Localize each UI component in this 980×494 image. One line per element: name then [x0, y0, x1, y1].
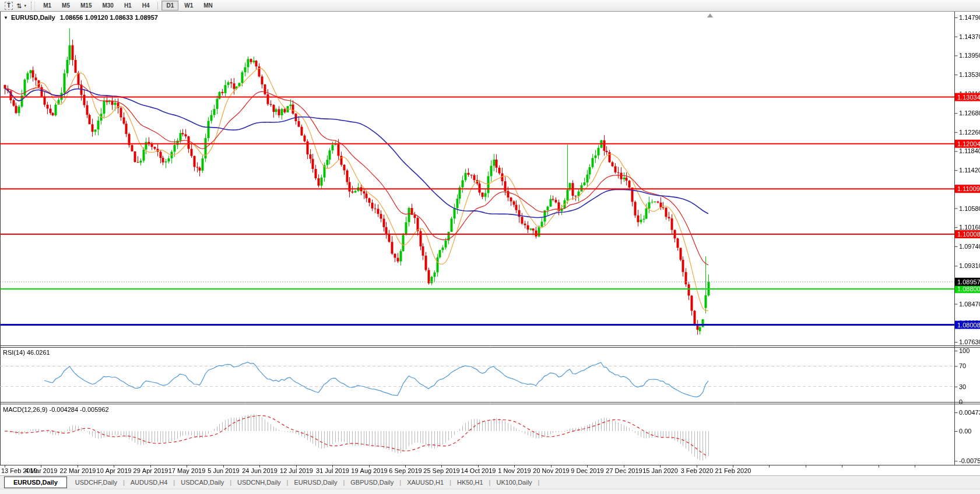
tab-xauusd-h1[interactable]: XAUUSD,H1: [401, 477, 449, 488]
tab-eurusd-daily[interactable]: EURUSD,Daily: [288, 477, 343, 488]
timeframe-button-m1[interactable]: M1: [38, 1, 56, 10]
collapse-triangle-icon[interactable]: ▼: [3, 15, 8, 20]
timeframe-button-m15[interactable]: M15: [76, 1, 96, 10]
chart-title: ▼EURUSD,Daily1.08656 1.09120 1.08633 1.0…: [3, 14, 158, 21]
chart-ohlc-values: 1.08656 1.09120 1.08633 1.08957: [60, 14, 158, 21]
dropdown-caret-icon[interactable]: ▼: [23, 4, 27, 8]
tab-usdchf-daily[interactable]: USDCHF,Daily: [69, 477, 123, 488]
chart-canvas[interactable]: [0, 12, 980, 475]
tab-usdcnh-daily[interactable]: USDCNH,Daily: [231, 477, 287, 488]
toolbar-separator: [157, 2, 158, 10]
tab-eurusd-daily[interactable]: EURUSD,Daily: [4, 477, 67, 488]
timeframe-button-m30[interactable]: M30: [97, 1, 118, 10]
toolbar-grip: [31, 2, 35, 10]
text-tool-icon: T: [5, 2, 13, 10]
tab-gbpusd-daily[interactable]: GBPUSD,Daily: [345, 477, 399, 488]
top-toolbar: T ⇅ ▼ M1M5M15M30H1H4D1W1MN: [0, 0, 980, 12]
tab-uk100-daily[interactable]: UK100,Daily: [490, 477, 538, 488]
timeframe-button-h1[interactable]: H1: [120, 1, 136, 10]
timeframe-button-h4[interactable]: H4: [138, 1, 154, 10]
timeframe-button-w1[interactable]: W1: [180, 1, 198, 10]
tab-audusd-h4[interactable]: AUDUSD,H4: [125, 477, 174, 488]
timeframe-button-d1[interactable]: D1: [161, 1, 178, 10]
tab-hk50-h1[interactable]: HK50,H1: [451, 477, 489, 488]
chart-symbol-label: EURUSD,Daily: [11, 14, 55, 21]
timeframe-button-mn[interactable]: MN: [199, 1, 217, 10]
timeframe-button-m5[interactable]: M5: [57, 1, 75, 10]
text-tool-button[interactable]: T: [3, 1, 15, 11]
status-bar: [0, 489, 980, 494]
window-tabbar: EURUSD,DailyUSDCHF,Daily|AUDUSD,H4|USDCA…: [0, 475, 980, 489]
macd-indicator-label: MACD(12,26,9) -0.004284 -0.005962: [3, 406, 109, 413]
rsi-indicator-label: RSI(14) 46.0261: [3, 349, 50, 356]
chart-window: ▼EURUSD,Daily1.08656 1.09120 1.08633 1.0…: [0, 12, 980, 475]
arrange-arrows-button[interactable]: ⇅ ▼: [16, 1, 27, 11]
tab-usdcad-daily[interactable]: USDCAD,Daily: [175, 477, 230, 488]
timeframe-group: M1M5M15M30H1H4D1W1MN: [38, 1, 218, 10]
tab-separator: |: [538, 479, 540, 486]
arrange-arrows-icon: ⇅: [16, 2, 22, 10]
